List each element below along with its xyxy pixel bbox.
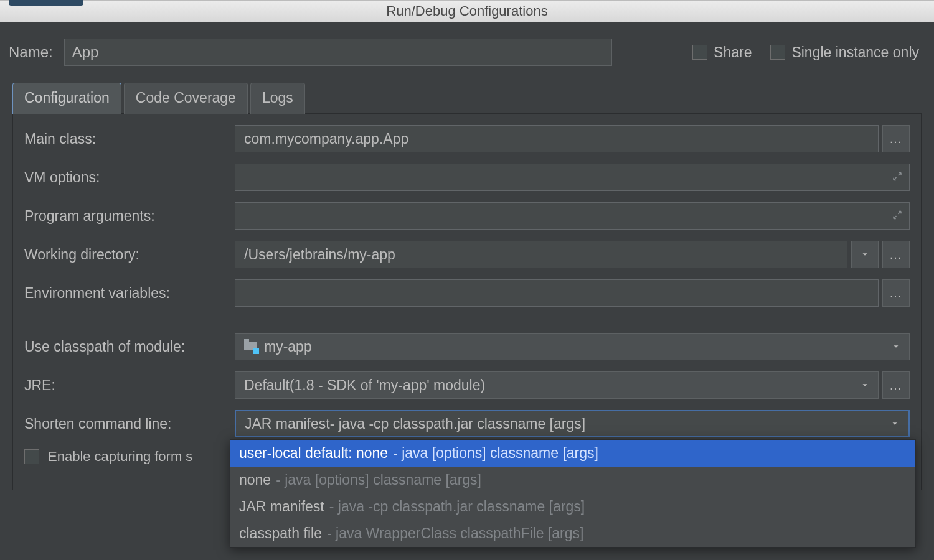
shorten-cmd-row: Shorten command line: JAR manifest - jav… [24,410,910,437]
chevron-down-icon [851,372,878,398]
jre-label: JRE: [24,377,230,394]
jre-combo[interactable]: Default (1.8 - SDK of 'my-app' module) [235,371,879,399]
expand-icon[interactable] [892,208,903,225]
shorten-option-none[interactable]: none - java [options] classname [args] [230,467,915,493]
working-dir-label: Working directory: [24,246,230,263]
chevron-down-icon [881,411,908,436]
shorten-option-classpath-file[interactable]: classpath file - java WrapperClass class… [230,520,915,547]
classpath-module-combo[interactable]: my-app [235,333,910,360]
shorten-option-user-local-default[interactable]: user-local default: none - java [options… [230,440,915,467]
classpath-row: Use classpath of module: my-app [24,333,910,360]
working-dir-row: Working directory: /Users/jetbrains/my-a… [24,241,910,268]
working-dir-history-button[interactable] [851,241,879,268]
name-label: Name: [9,44,53,61]
background-tab-shadow [9,0,83,6]
chevron-down-icon [882,334,909,360]
share-checkbox[interactable]: Share [692,44,752,61]
classpath-label: Use classpath of module: [24,338,230,355]
working-dir-browse-button[interactable] [882,241,910,268]
env-vars-input[interactable] [235,279,879,307]
configuration-form: Main class: com.mycompany.app.App VM opt… [12,114,922,490]
env-vars-browse-button[interactable] [882,279,910,307]
main-class-label: Main class: [24,131,230,147]
env-vars-row: Environment variables: [24,279,910,307]
module-icon [244,340,258,353]
tabs: Configuration Code Coverage Logs [12,82,922,114]
shorten-cmd-combo[interactable]: JAR manifest - java -cp classpath.jar cl… [235,410,910,437]
tab-configuration[interactable]: Configuration [12,83,121,114]
vm-options-label: VM options: [24,169,230,186]
shorten-cmd-dropdown: user-local default: none - java [options… [230,439,916,548]
working-dir-input[interactable]: /Users/jetbrains/my-app [235,241,847,268]
checkbox-icon [770,45,785,60]
shorten-option-jar-manifest[interactable]: JAR manifest - java -cp classpath.jar cl… [230,493,915,520]
tab-logs[interactable]: Logs [250,83,305,114]
single-instance-checkbox[interactable]: Single instance only [770,44,919,61]
vm-options-input[interactable] [235,164,910,191]
main-class-row: Main class: com.mycompany.app.App [24,125,910,152]
vm-options-row: VM options: [24,164,910,191]
window-titlebar: Run/Debug Configurations [0,0,934,22]
program-args-row: Program arguments: [24,202,910,230]
jre-row: JRE: Default (1.8 - SDK of 'my-app' modu… [24,371,910,399]
checkbox-icon [692,45,707,60]
main-panel: Name: Share Single instance only Configu… [0,22,934,499]
main-class-input[interactable]: com.mycompany.app.App [235,125,879,152]
name-row: Name: Share Single instance only [9,39,925,66]
program-args-label: Program arguments: [24,208,230,225]
env-vars-label: Environment variables: [24,285,230,302]
jre-browse-button[interactable] [882,371,910,399]
name-input[interactable] [64,39,612,66]
window-title: Run/Debug Configurations [386,3,547,19]
program-args-input[interactable] [235,202,910,230]
main-class-browse-button[interactable] [882,125,910,152]
expand-icon[interactable] [892,169,903,186]
enable-capturing-label: Enable capturing form s [48,449,192,465]
checkbox-icon [24,449,39,464]
share-label: Share [714,44,752,61]
header-checks: Share Single instance only [692,44,919,61]
tab-code-coverage[interactable]: Code Coverage [124,83,248,114]
shorten-cmd-label: Shorten command line: [24,416,230,432]
single-instance-label: Single instance only [791,44,919,61]
